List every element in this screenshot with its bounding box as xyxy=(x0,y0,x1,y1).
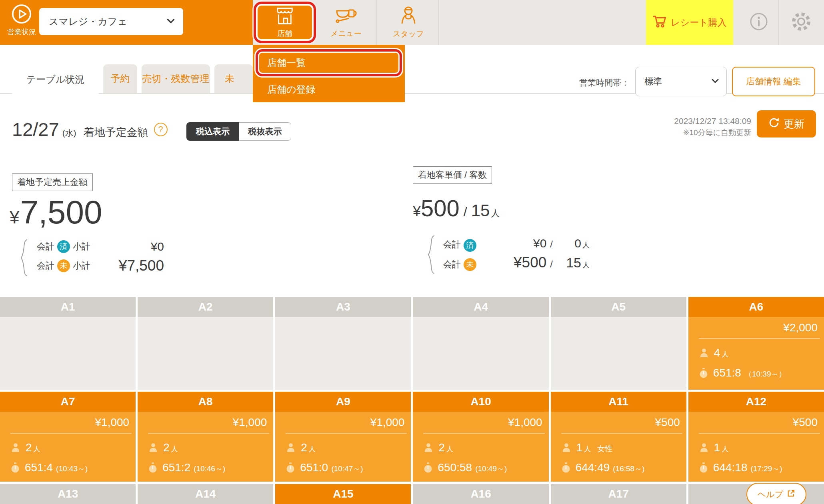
settings-button[interactable] xyxy=(778,0,824,45)
info-button[interactable] xyxy=(739,0,778,45)
store-selector-value: スマレジ・カフェ xyxy=(49,15,166,28)
receipt-purchase-button[interactable]: レシート購入 xyxy=(646,0,733,45)
date-row: 12/27 (水) 着地予定金額 ? xyxy=(12,120,168,139)
storefront-icon xyxy=(274,6,296,27)
elapsed-time-line: 651:2(10:46～) xyxy=(148,462,273,473)
table-cell-a11[interactable]: A11 ¥500 1人女性 644:49(16:58～) xyxy=(551,392,686,482)
auto-refresh-note: ※10分毎に自動更新 xyxy=(600,129,751,136)
help-button[interactable]: ヘルプ xyxy=(746,483,806,504)
top-bar: 営業状況 スマレジ・カフェ 店舗 メニュー スタ xyxy=(0,0,824,45)
stopwatch-icon xyxy=(10,462,20,473)
table-cell-a10[interactable]: A10 ¥1,000 2人 650:58(10:49～) xyxy=(413,392,548,482)
edit-store-info-button[interactable]: 店舗情報 編集 xyxy=(732,67,815,96)
tab-soldout[interactable]: 売切・残数管理 xyxy=(142,64,210,93)
tab-table-status[interactable]: テーブル状況 xyxy=(12,64,99,95)
staff-icon xyxy=(399,6,418,27)
table-cell-a5[interactable]: A5 xyxy=(551,297,686,390)
chevron-down-icon xyxy=(710,76,720,87)
gear-icon xyxy=(790,11,812,34)
table-cell-a9[interactable]: A9 ¥1,000 2人 651:0(10:47～) xyxy=(275,392,411,482)
projected-sales-label: 着地予定売上金額 xyxy=(12,173,93,191)
tab-cut-off[interactable]: 未 xyxy=(214,64,253,93)
store-selector[interactable]: スマレジ・カフェ xyxy=(39,8,183,35)
per-customer-total: ¥ 500 / 15 人 xyxy=(413,197,500,220)
nav-divider xyxy=(376,0,377,45)
unpaid-badge: 未 xyxy=(57,259,70,272)
tax-included-toggle[interactable]: 税込表示 xyxy=(186,122,239,141)
updated-at: 2023/12/27 13:48:09 xyxy=(600,117,751,125)
guest-count-line: 2人 xyxy=(148,442,273,453)
business-hours-label: 営業時間帯： xyxy=(579,77,630,88)
nav-menu-button[interactable]: メニュー xyxy=(316,0,376,45)
business-status-label: 営業状況 xyxy=(7,27,36,37)
table-amount: ¥1,000 xyxy=(275,412,411,428)
guest-count-line: 2人 xyxy=(10,442,136,453)
per-customer-breakdown: 会計 済 ¥0 / 0 人 会計 未 ¥500 / 15 人 xyxy=(443,237,590,275)
person-icon xyxy=(10,442,21,453)
nav-menu-label: メニュー xyxy=(330,28,361,39)
projected-sales-total: ¥ 7,500 xyxy=(10,196,102,229)
business-hours-select[interactable]: 標準 xyxy=(635,67,727,96)
cart-icon xyxy=(652,14,667,30)
table-cell-a8[interactable]: A8 ¥1,000 2人 651:2(10:46～) xyxy=(138,392,273,482)
elapsed-time-line: 644:18(17:29～) xyxy=(699,462,824,473)
smaregi-waiter-screen: 営業状況 スマレジ・カフェ 店舗 メニュー スタ xyxy=(0,0,824,504)
stopwatch-icon xyxy=(699,368,708,378)
per-customer-value: 500 xyxy=(421,197,460,220)
table-cell-a1[interactable]: A1 xyxy=(0,297,136,390)
elapsed-time-line: 650:58(10:49～) xyxy=(423,462,548,473)
refresh-icon xyxy=(768,117,780,131)
person-icon xyxy=(699,442,709,453)
play-circle-icon xyxy=(11,3,32,26)
cafe-menu-icon xyxy=(334,6,358,26)
table-cell-a2[interactable]: A2 xyxy=(138,297,273,390)
table-amount: ¥1,000 xyxy=(0,412,136,428)
table-cell-a15[interactable]: A15 xyxy=(275,484,411,504)
table-grid: A1 A2 A3 A4 A5 A6 ¥2,000 xyxy=(0,297,824,504)
table-amount: ¥2,000 xyxy=(688,317,824,333)
currency-symbol: ¥ xyxy=(10,209,19,226)
guest-count-line: 4人 xyxy=(699,347,824,359)
external-link-icon xyxy=(787,489,795,500)
question-icon[interactable]: ? xyxy=(154,123,168,136)
weekday-value: (水) xyxy=(62,129,76,137)
sales-breakdown: 会計 済 小計 ¥0 会計 未 小計 ¥7,500 xyxy=(37,238,164,277)
nav-store-button[interactable]: 店舗 xyxy=(258,6,312,39)
brace-glyph xyxy=(426,235,436,276)
person-icon xyxy=(286,442,296,453)
tab-reservation[interactable]: 予約 xyxy=(103,64,137,93)
per-customer-label: 着地客単価 / 客数 xyxy=(413,166,492,184)
guest-count-line: 2人 xyxy=(286,442,411,453)
menu-item-store-list[interactable]: 店舗一覧 xyxy=(259,53,398,73)
stopwatch-icon xyxy=(148,462,158,473)
nav-staff-button[interactable]: スタッフ xyxy=(378,0,438,45)
table-cell-a17[interactable]: A17 xyxy=(551,484,686,504)
sales-total-value: 7,500 xyxy=(20,196,102,229)
elapsed-time-line: 651:4(10:43～) xyxy=(10,462,136,473)
business-status-button[interactable]: 営業状況 xyxy=(3,3,40,37)
table-cell-a4[interactable]: A4 xyxy=(413,297,548,390)
brace-glyph xyxy=(18,239,29,278)
table-amount: ¥500 xyxy=(688,412,824,428)
nav-store-label: 店舗 xyxy=(277,28,292,39)
table-cell-a13[interactable]: A13 xyxy=(0,484,136,504)
chevron-down-icon xyxy=(166,16,176,28)
table-cell-a12[interactable]: A12 ¥500 1人 644:18(17:29～) xyxy=(688,392,824,482)
person-icon xyxy=(148,442,158,453)
table-cell-a7[interactable]: A7 ¥1,000 2人 651:4(10:43～) xyxy=(0,392,136,482)
sales-paid-value: ¥0 xyxy=(151,240,164,253)
guest-count-line: 2人 xyxy=(423,442,548,453)
tax-excluded-toggle[interactable]: 税抜表示 xyxy=(239,122,291,141)
refresh-button[interactable]: 更新 xyxy=(757,110,816,137)
update-timestamp: 2023/12/27 13:48:09 ※10分毎に自動更新 xyxy=(600,117,751,136)
table-grid-row-2: A7 ¥1,000 2人 651:4(10:43～) A8 xyxy=(0,392,824,482)
table-cell-a14[interactable]: A14 xyxy=(138,484,273,504)
table-cell-a16[interactable]: A16 xyxy=(413,484,548,504)
menu-item-store-register[interactable]: 店舗の登録 xyxy=(267,78,316,101)
table-grid-row-3: A13 A14 A15 A16 A17 A18 xyxy=(0,484,824,504)
table-cell-a6[interactable]: A6 ¥2,000 4人 651:8（10:39～） xyxy=(688,297,824,390)
table-cell-a3[interactable]: A3 xyxy=(275,297,411,390)
person-icon xyxy=(699,348,709,358)
paid-badge: 済 xyxy=(464,239,476,252)
info-icon xyxy=(749,12,768,33)
